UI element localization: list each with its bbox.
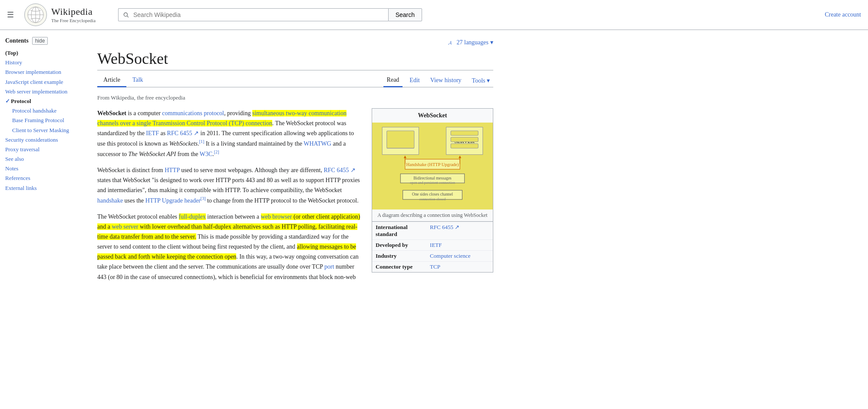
infobox-label-standard: International standard (372, 222, 426, 240)
link-handshake[interactable]: handshake (97, 197, 123, 204)
tab-view-history[interactable]: View history (427, 74, 465, 86)
page-layout: Contents hide (Top) History Browser impl… (0, 30, 868, 297)
article-tabs: Article Talk Read Edit View history Tool… (97, 74, 493, 87)
wikipedia-logo (24, 3, 47, 26)
websocket-bold: WebSocket (97, 110, 126, 116)
svg-text:open and persistent connection: open and persistent connection (410, 180, 455, 185)
header-right: Create account (825, 11, 861, 18)
main-content: 𝓐 27 languages ▾ WebSocket Article Talk … (87, 30, 504, 297)
link-rfc6455[interactable]: RFC 6455 ↗ (167, 130, 199, 136)
svg-text:connection closed: connection closed (419, 197, 446, 201)
hide-toc-button[interactable]: hide (32, 37, 48, 45)
tab-article[interactable]: Article (97, 74, 126, 87)
toc-item-browser-impl[interactable]: Browser implementation (5, 68, 82, 76)
infobox-label-developed: Developed by (372, 240, 426, 251)
toc-title: Contents hide (5, 37, 82, 45)
infobox-diagram: CLIENT SERVER Handshake (HTTP Upg (372, 123, 493, 209)
paragraph-3: The WebSocket protocol enables full-dupl… (97, 212, 363, 282)
article-from: From Wikipedia, the free encyclopedia (97, 94, 493, 101)
tab-edit[interactable]: Edit (406, 74, 423, 86)
language-bar: 𝓐 27 languages ▾ (97, 39, 493, 46)
toc-item-client-server-masking[interactable]: Client to Server Masking (5, 126, 82, 134)
svg-text:𝓐: 𝓐 (448, 40, 452, 45)
link-web-browser[interactable]: web browser (261, 213, 292, 220)
highlight-messages: allowing messages to be passed back and … (97, 243, 356, 260)
ref-2: [2] (214, 150, 219, 154)
article-text: WebSocket is a computer communications p… (97, 108, 363, 288)
tab-talk[interactable]: Talk (126, 74, 149, 87)
svg-rect-8 (387, 131, 414, 148)
infobox-row-standard: International standard RFC 6455 ↗ (372, 222, 493, 240)
toc-item-notes[interactable]: Notes (5, 165, 82, 173)
contents-label: Contents (5, 37, 29, 44)
websocket-api-italic: The WebSocket API (129, 151, 176, 157)
highlight-full-duplex: full-duplex (179, 213, 206, 220)
wikipedia-tagline: The Free Encyclopedia (51, 18, 96, 23)
language-link[interactable]: 𝓐 27 languages ▾ (448, 39, 493, 46)
toc-item-protocol-handshake[interactable]: Protocol handshake (5, 107, 82, 115)
link-web-server[interactable]: web server (112, 223, 138, 230)
infobox-label-industry: Industry (372, 251, 426, 262)
infobox-row-connector: Connector type TCP (372, 262, 493, 273)
tab-read[interactable]: Read (383, 74, 403, 87)
infobox-title: WebSocket (372, 109, 493, 123)
ref-1: [1] (199, 139, 205, 144)
translate-icon: 𝓐 (448, 39, 455, 46)
sidebar: Contents hide (Top) History Browser impl… (0, 30, 87, 297)
search-input[interactable] (118, 8, 388, 21)
toc-item-references[interactable]: References (5, 174, 82, 182)
article-body: WebSocket is a computer communications p… (97, 108, 493, 288)
logo-text: Wikipedia The Free Encyclopedia (51, 6, 96, 23)
toc-item-js-example[interactable]: JavaScript client example (5, 78, 82, 86)
toc-item-web-server-impl[interactable]: Web server implementation (5, 88, 82, 96)
toc-item-proxy[interactable]: Proxy traversal (5, 146, 82, 153)
infobox-value-developed: IETF (426, 240, 493, 251)
toc-item-history[interactable]: History (5, 59, 82, 67)
infobox-value-standard: RFC 6455 ↗ (426, 222, 493, 240)
infobox-caption: A diagram describing a connection using … (372, 209, 493, 222)
websockets-italic: WebSockets (169, 140, 198, 147)
toc-item-base-framing[interactable]: Base Framing Protocol (5, 116, 82, 124)
tab-tools[interactable]: Tools ▾ (469, 74, 493, 87)
toc-item-security[interactable]: Security considerations (5, 136, 82, 144)
toc-item-external-links[interactable]: External links (5, 184, 82, 192)
svg-rect-14 (451, 144, 478, 149)
infobox-label-connector: Connector type (372, 262, 426, 273)
toc-item-top: (Top) (5, 49, 82, 57)
link-rfc6455-2[interactable]: RFC 6455 ↗ (323, 167, 355, 173)
svg-text:One sides closes channel: One sides closes channel (412, 193, 453, 197)
ref-3: [3] (201, 196, 206, 201)
toc-list: (Top) History Browser implementation Jav… (5, 49, 82, 192)
websocket-diagram-svg: CLIENT SERVER Handshake (HTTP Upg (372, 123, 493, 209)
logo-area: Wikipedia The Free Encyclopedia (24, 3, 111, 26)
highlight-web-browser: web browser (or other client application… (97, 213, 360, 240)
infobox-row-developed: Developed by IETF (372, 240, 493, 251)
search-button[interactable]: Search (388, 8, 422, 21)
chevron-down-icon: ▾ (490, 39, 493, 46)
link-w3c[interactable]: W3C (200, 151, 213, 157)
link-full-duplex[interactable]: full-duplex (179, 213, 206, 220)
svg-rect-13 (451, 137, 478, 142)
link-whatwg[interactable]: WHATWG (304, 140, 331, 147)
search-area: Search (118, 8, 422, 21)
link-port[interactable]: port (324, 263, 334, 270)
infobox: WebSocket CLIENT (372, 108, 493, 273)
link-ietf[interactable]: IETF (146, 130, 159, 136)
wikipedia-wordmark: Wikipedia (51, 6, 96, 17)
infobox-row-industry: Industry Computer science (372, 251, 493, 262)
link-communications-protocol[interactable]: communications protocol (162, 110, 224, 116)
create-account-link[interactable]: Create account (825, 11, 861, 18)
paragraph-2: WebSocket is distinct from HTTP used to … (97, 165, 363, 206)
infobox-table: International standard RFC 6455 ↗ Develo… (372, 222, 493, 272)
infobox-value-industry: Computer science (426, 251, 493, 262)
tab-right: Read Edit View history Tools ▾ (383, 74, 493, 87)
paragraph-1: WebSocket is a computer communications p… (97, 108, 363, 159)
toc-item-protocol[interactable]: ✓Protocol (5, 97, 82, 105)
globe-icon (27, 6, 44, 23)
toc-item-see-also[interactable]: See also (5, 155, 82, 163)
svg-text:Handshake (HTTP Upgrade): Handshake (HTTP Upgrade) (406, 162, 459, 167)
link-http-upgrade[interactable]: HTTP Upgrade header (145, 197, 201, 204)
svg-rect-12 (451, 131, 478, 136)
hamburger-icon[interactable]: ☰ (7, 10, 14, 20)
link-http[interactable]: HTTP (165, 167, 179, 173)
